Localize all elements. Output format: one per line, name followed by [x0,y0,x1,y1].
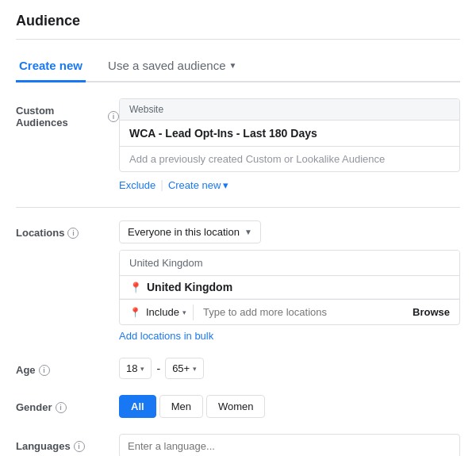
audiences-box-header: Website [120,99,459,121]
tabs-bar: Create new Use a saved audience ▼ [16,52,460,82]
input-divider [193,305,194,320]
location-text-input[interactable] [200,300,408,324]
include-pin-icon: 📍 [129,307,141,318]
gender-men-button[interactable]: Men [159,395,203,418]
gender-info-icon[interactable]: i [56,402,67,413]
location-item-text: United Kingdom [147,281,232,293]
locations-row: Locations i Everyone in this location ▼ … [16,220,460,342]
tab-saved-audience[interactable]: Use a saved audience ▼ [105,52,240,82]
audiences-actions: Exclude | Create new ▾ [119,178,460,191]
include-dropdown[interactable]: Include ▾ [146,300,186,324]
age-info-icon[interactable]: i [39,365,50,376]
exclude-button[interactable]: Exclude [119,179,155,191]
gender-all-button[interactable]: All [119,395,156,418]
age-content: 18 ▾ - 65+ ▾ [119,358,460,379]
age-min-value: 18 [126,362,137,374]
custom-audiences-row: Custom Audiences i Website WCA - Lead Op… [16,98,460,191]
tab-saved-arrow: ▼ [228,61,236,70]
create-new-arrow: ▾ [223,179,228,191]
languages-row: Languages i [16,434,460,456]
age-max-value: 65+ [172,362,190,374]
gender-women-button[interactable]: Women [206,395,266,418]
audiences-box: Website WCA - Lead Opt-Ins - Last 180 Da… [119,98,460,172]
include-arrow: ▾ [182,308,186,316]
locations-content: Everyone in this location ▼ United Kingd… [119,220,460,342]
age-max-arrow: ▾ [193,365,197,373]
age-max-select[interactable]: 65+ ▾ [165,358,204,379]
location-type-label: Everyone in this location [128,226,240,238]
include-label: Include [146,306,179,318]
add-bulk-button[interactable]: Add locations in bulk [119,330,213,342]
locations-label: Locations i [16,220,119,239]
audiences-box-placeholder: Add a previously created Custom or Looka… [120,147,459,171]
custom-audiences-content: Website WCA - Lead Opt-Ins - Last 180 Da… [119,98,460,191]
age-min-arrow: ▾ [140,365,144,373]
location-item: 📍 United Kingdom [120,276,459,299]
gender-content: All Men Women [119,395,460,418]
tab-create-new[interactable]: Create new [16,52,86,82]
gender-label: Gender i [16,395,119,413]
age-label: Age i [16,358,119,376]
location-dropdown-arrow: ▼ [244,228,252,236]
actions-separator: | [160,178,163,191]
location-input-row: 📍 Include ▾ Browse [120,299,459,324]
locations-info-icon[interactable]: i [67,228,79,239]
custom-audiences-label: Custom Audiences i [16,98,119,128]
age-row: Age i 18 ▾ - 65+ ▾ [16,358,460,379]
languages-info-icon[interactable]: i [74,441,85,452]
tab-saved-label: Use a saved audience [108,59,225,72]
audience-panel: Audience Create new Use a saved audience… [0,0,476,456]
audiences-box-item: WCA - Lead Opt-Ins - Last 180 Days [120,121,459,147]
language-input[interactable] [119,434,460,456]
gender-row: Gender i All Men Women [16,395,460,418]
age-min-select[interactable]: 18 ▾ [119,358,152,379]
location-box: United Kingdom 📍 United Kingdom 📍 Includ… [119,250,460,325]
age-dash: - [156,362,160,375]
section-divider [16,207,460,208]
languages-content [119,434,460,456]
location-type-dropdown[interactable]: Everyone in this location ▼ [119,220,261,243]
custom-audiences-info-icon[interactable]: i [108,111,119,122]
page-title: Audience [16,13,460,29]
create-new-button[interactable]: Create new ▾ [168,179,228,191]
add-bulk-container: Add locations in bulk [119,330,460,342]
title-divider [16,39,460,40]
browse-button[interactable]: Browse [413,300,450,324]
languages-label: Languages i [16,434,119,452]
location-box-header: United Kingdom [120,251,459,276]
location-pin-icon: 📍 [129,282,142,293]
